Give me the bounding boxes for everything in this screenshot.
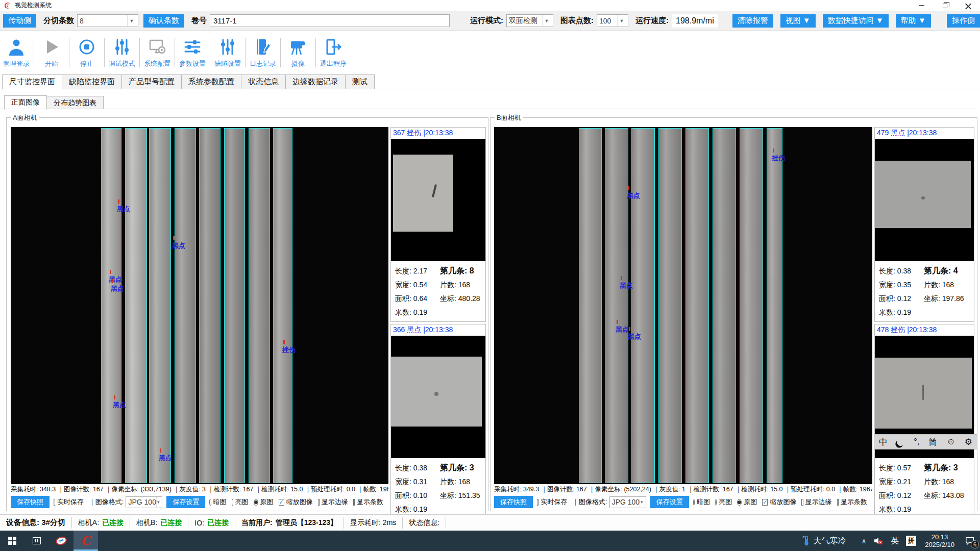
roll-number-input[interactable]: 3117-1 bbox=[210, 14, 450, 27]
camera-b-checkbox-2[interactable] bbox=[837, 499, 839, 506]
start-button[interactable] bbox=[0, 531, 24, 551]
confirm-count-button[interactable]: 确认条数 bbox=[143, 14, 184, 28]
defect-stat-row: 面积: 0.64坐标: 480.28 bbox=[395, 292, 481, 306]
defect-image-region bbox=[393, 155, 453, 232]
camera-b-defect-card-1[interactable]: 479 黑点 |20:13:38长度: 0.38第几条: 4宽度: 0.35片数… bbox=[874, 127, 974, 322]
camera-b-radio-0[interactable] bbox=[693, 499, 695, 506]
tab-main-5[interactable]: 边缘数据记录 bbox=[285, 74, 346, 89]
camera-a-radio-1[interactable] bbox=[232, 499, 233, 506]
camera-a-save-settings-button[interactable]: 保存设置 bbox=[166, 496, 205, 508]
toolbar-button-system-config[interactable]: 系统配置 bbox=[141, 37, 174, 68]
chart-points-label: 图表点数: bbox=[560, 16, 594, 26]
camera-b-strip-7 bbox=[740, 128, 763, 483]
help-menu-button[interactable]: 帮助 ▼ bbox=[896, 14, 931, 28]
toolbar-button-exit-program[interactable]: 退出程序 bbox=[317, 37, 350, 68]
close-button[interactable] bbox=[957, 0, 980, 11]
defect-stat-left: 面积: 0.64 bbox=[395, 294, 440, 304]
ime-punctuation-mode[interactable]: °, bbox=[914, 437, 920, 447]
operator-side-button[interactable]: 操作侧 bbox=[947, 14, 980, 28]
ime-simplified-mode[interactable]: 简 bbox=[928, 436, 937, 448]
defect-stat-row: 长度: 0.38第几条: 4 bbox=[879, 264, 970, 278]
defect-stat-left: 宽度: 0.35 bbox=[879, 281, 924, 290]
camera-b-radio-1[interactable] bbox=[715, 499, 717, 506]
camera-b-snapshot-button[interactable]: 保存快照 bbox=[494, 496, 533, 508]
clock[interactable]: 20:13 2025/2/10 bbox=[920, 533, 960, 548]
toolbar-button-admin-login[interactable]: 管理登录 bbox=[0, 37, 33, 68]
defect-stat-row: 米数: 0.19 bbox=[879, 306, 970, 319]
language-indicator[interactable]: 英 bbox=[887, 531, 902, 551]
hidden-icons-chevron[interactable]: ∧ bbox=[858, 531, 870, 551]
camera-b-radio-2[interactable] bbox=[737, 499, 742, 506]
defect-stat-left: 宽度: 0.21 bbox=[879, 478, 924, 487]
volume-muted-button[interactable] bbox=[870, 531, 887, 551]
toolbar-button-debug-mode[interactable]: 调试模式 bbox=[106, 37, 138, 68]
chevron-down-icon: ▾ bbox=[640, 497, 644, 508]
ime-moon-icon[interactable] bbox=[897, 438, 904, 446]
camera-a-radio-0[interactable] bbox=[209, 499, 211, 506]
tab-main-6[interactable]: 测试 bbox=[345, 74, 375, 89]
checkbox-label-1: 显示边缘 bbox=[322, 497, 348, 507]
start-label: 开始 bbox=[45, 59, 58, 68]
camera-a-defect-card-1[interactable]: 367 挫伤 |20:13:38长度: 2.17第几条: 8宽度: 0.54片数… bbox=[390, 127, 486, 322]
camera-b-checkbox-0[interactable]: ✓ bbox=[762, 499, 768, 506]
minimize-button[interactable] bbox=[910, 0, 933, 11]
view-menu-button[interactable]: 视图 ▼ bbox=[780, 14, 816, 28]
snipping-tool-button[interactable]: ✂ bbox=[49, 531, 74, 551]
defect-image-region bbox=[391, 357, 482, 427]
radio-dot bbox=[738, 500, 741, 504]
toolbar-button-defect-settings[interactable]: 缺陷设置 bbox=[211, 37, 244, 68]
toolbar-button-stop[interactable]: 停止 bbox=[70, 37, 103, 68]
status-segment-value: 已连接 bbox=[207, 518, 229, 528]
defect-stat-left: 长度: 0.57 bbox=[879, 464, 924, 473]
camera-a-realtime-save-checkbox[interactable] bbox=[54, 499, 55, 506]
radio-dot bbox=[254, 500, 258, 504]
camera-a-checkbox-1[interactable] bbox=[318, 499, 320, 506]
ime-settings-gear-icon[interactable]: ⚙ bbox=[965, 437, 972, 447]
camera-b-checkbox-1[interactable] bbox=[801, 499, 803, 506]
clear-alarm-button[interactable]: 清除报警 bbox=[732, 14, 773, 28]
restore-icon bbox=[943, 4, 947, 8]
toolbar-button-param-settings[interactable]: 参数设置 bbox=[176, 37, 209, 68]
camera-b-defect-card-2[interactable]: 478 挫伤 |20:13:38长度: 0.57第几条: 3宽度: 0.21片数… bbox=[874, 324, 974, 519]
defect-stat-row: 长度: 0.57第几条: 3 bbox=[879, 461, 970, 475]
camera-b-format-select[interactable]: JPG 100▾ bbox=[609, 496, 646, 508]
inspection-app-taskbar-button[interactable]: C bbox=[74, 531, 98, 551]
tab-main-0[interactable]: 尺寸监控界面 bbox=[2, 74, 62, 89]
restore-button[interactable] bbox=[933, 0, 957, 11]
task-view-button[interactable] bbox=[24, 531, 49, 551]
toolbar-button-start[interactable]: 开始 bbox=[35, 37, 68, 68]
camera-a-defect-card-2[interactable]: 366 黑点 |20:13:38长度: 0.38第几条: 3宽度: 0.31片数… bbox=[390, 324, 486, 519]
camera-a-checkbox-2[interactable] bbox=[353, 499, 355, 506]
drive-side-button[interactable]: 传动侧 bbox=[3, 14, 36, 28]
tab-sub-0[interactable]: 正面图像 bbox=[4, 95, 47, 110]
camera-b-save-settings-button[interactable]: 保存设置 bbox=[650, 496, 689, 508]
ime-mode-button[interactable]: 拼 bbox=[902, 531, 920, 551]
camera-a-format-select[interactable]: JPG 100▾ bbox=[126, 496, 162, 508]
tab-main-3[interactable]: 系统参数配置 bbox=[181, 74, 241, 89]
camera-a-defect-label-3: 黑点 bbox=[111, 284, 124, 293]
camera-a-checkbox-0[interactable]: ✓ bbox=[279, 499, 284, 506]
notification-center-button[interactable]: 6 bbox=[960, 531, 980, 551]
log-record-icon bbox=[253, 37, 273, 57]
camera-a-snapshot-button[interactable]: 保存快照 bbox=[11, 496, 50, 508]
tab-main-1[interactable]: 缺陷监控界面 bbox=[62, 74, 122, 89]
notification-count-badge: 6 bbox=[971, 540, 979, 548]
tab-sub-1[interactable]: 分布趋势图表 bbox=[46, 96, 104, 109]
camera-b-strip-4 bbox=[658, 128, 682, 483]
run-mode-select[interactable]: 双面检测 ▼ bbox=[506, 14, 553, 27]
main-tab-bar: 尺寸监控界面缺陷监控界面产品型号配置系统参数配置状态信息边缘数据记录测试 bbox=[0, 74, 980, 89]
tab-main-2[interactable]: 产品型号配置 bbox=[121, 74, 182, 89]
chart-points-select[interactable]: 100 ▼ bbox=[597, 14, 628, 27]
camera-b-realtime-save-checkbox[interactable] bbox=[537, 499, 538, 506]
toolbar-button-log-record[interactable]: 日志记录 bbox=[247, 37, 279, 68]
toolbar-button-capture[interactable]: 摄像 bbox=[282, 37, 314, 68]
slit-count-select[interactable]: 8 ▼ bbox=[77, 14, 138, 27]
defect-stat-right: 片数: 168 bbox=[440, 478, 470, 487]
data-quick-access-button[interactable]: 数据快捷访问 ▼ bbox=[823, 14, 889, 28]
tab-main-4[interactable]: 状态信息 bbox=[241, 74, 286, 89]
ime-smiley-icon[interactable]: ☺ bbox=[946, 437, 955, 447]
ime-chinese-mode[interactable]: 中 bbox=[879, 436, 888, 448]
camera-a-radio-2[interactable] bbox=[254, 499, 258, 506]
weather-tray-item[interactable]: 天气寒冷 bbox=[799, 531, 850, 551]
defect-stat-row: 面积: 0.12坐标: 197.86 bbox=[879, 292, 970, 306]
